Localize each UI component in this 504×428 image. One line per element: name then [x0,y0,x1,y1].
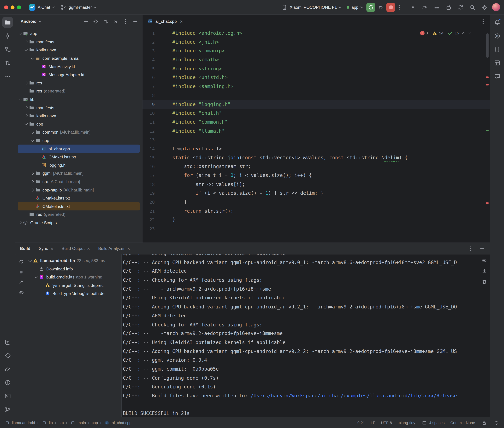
tree-item-cmakelists-txt[interactable]: CMakeLists.txt [18,194,140,202]
project-tool-button[interactable] [2,17,13,28]
gutter-line-number[interactable]: 19 [143,189,155,198]
editor-tab-ai-chat-cpp[interactable]: C++ ai_chat.cpp × [144,15,187,28]
tree-item-manifests[interactable]: manifests [18,104,140,112]
gutter-line-number[interactable]: 4 [143,56,155,65]
tree-item-cmakelists-txt[interactable]: CMakeLists.txt [18,153,140,161]
gutter-line-number[interactable]: 22 [143,216,155,224]
gutter-line-number[interactable]: 14 [143,145,155,153]
error-stripe-mark[interactable] [486,84,488,85]
warnings-indicator[interactable]: 24 [431,30,444,36]
code-line-9[interactable]: 9#include "logging.h" [143,100,490,109]
code-line-3[interactable]: 3#include <iomanip> [143,47,490,56]
gutter-line-number[interactable]: 13 [143,136,155,145]
tab-options-icon[interactable] [480,18,486,24]
gutter-line-number[interactable]: 20 [143,198,155,207]
tree-item-messageadapter-kt[interactable]: KMessageAdapter.kt [18,71,140,79]
indent-widget[interactable]: 4 spaces [421,420,445,426]
todo-list-icon[interactable] [434,4,440,10]
pin-icon[interactable] [18,279,25,286]
errors-indicator[interactable]: ! 3 [420,31,428,35]
logcat-tool-button[interactable] [2,337,13,347]
breadcrumb-item-cpp[interactable]: cpp [92,420,98,425]
gutter-line-number[interactable]: 11 [143,118,155,127]
soft-wrap-icon[interactable] [481,257,488,264]
more-run-options-icon[interactable] [396,4,402,10]
tree-item-cpp-httplib[interactable]: cpp-httplib[AiChat.lib.main] [18,186,140,194]
app-insights-tool-button[interactable] [492,71,503,82]
gutter-line-number[interactable]: 21 [143,207,155,216]
chevron-down-icon[interactable] [31,139,34,142]
tree-item-res[interactable]: res [18,79,140,87]
expand-all-button[interactable] [103,18,109,25]
gradle-tool-button[interactable]: G [492,31,503,41]
gutter-line-number[interactable]: 5 [143,65,155,74]
tree-item-lib[interactable]: lib [18,95,140,104]
build-tab-build-analyzer[interactable]: Build Analyzer× [98,246,130,251]
editor-scrollbar[interactable] [486,33,488,58]
chevron-right-icon[interactable] [31,180,34,183]
device-selector[interactable]: Xiaomi POCOPHONE F1 [278,2,344,12]
vcs-branch-widget[interactable]: ggml-master [57,2,99,12]
chevron-down-icon[interactable] [25,48,28,51]
commit-tool-button[interactable] [2,31,13,41]
code-line-8[interactable]: 8 [143,91,490,100]
chevron-down-icon[interactable] [39,20,41,22]
tree-item-res[interactable]: res(generated) [18,87,140,95]
tree-item-kotlin-java[interactable]: kotlin+java [18,46,140,54]
gutter-line-number[interactable]: 12 [143,127,155,136]
code-line-17[interactable]: 17 for (size_t i = 0; i < values.size();… [143,171,490,180]
chevron-right-icon[interactable] [25,114,28,117]
code-line-16[interactable]: 16 std::ostringstream str; [143,162,490,171]
close-tab-icon[interactable]: × [87,246,90,251]
chevron-down-icon[interactable] [28,259,32,262]
build-tree-item[interactable]: llama.android: fin22 sec, 583 ms [27,257,121,265]
rerun-button[interactable] [366,3,375,12]
problems-tool-button[interactable] [2,377,13,388]
profiler-icon[interactable] [422,4,428,10]
error-stripe-mark[interactable] [486,130,488,131]
tree-item-cpp[interactable]: cpp [18,137,140,145]
lock-icon[interactable] [481,420,487,426]
chevron-right-icon[interactable] [18,221,22,224]
gutter-line-number[interactable]: 2 [143,38,155,47]
settings-icon[interactable] [481,4,488,10]
chevron-down-icon[interactable] [18,97,22,100]
plugins-icon[interactable] [445,4,452,10]
tree-item-src[interactable]: src[AiChat.lib.main] [18,178,140,186]
run-configuration-selector[interactable]: app [344,3,366,11]
collapse-all-button[interactable] [112,18,119,25]
chevron-right-icon[interactable] [25,81,28,85]
tree-item-mainactivity-kt[interactable]: KMainActivity.kt [18,63,140,71]
code-line-11[interactable]: 11#include "common.h" [143,118,490,127]
breadcrumb-item-ai-chat-cpp[interactable]: C++ai_chat.cpp [104,420,132,426]
gutter-line-number[interactable]: 6 [143,73,155,82]
clang-tidy-widget[interactable]: .clang-tidy [398,420,415,425]
build-variants-tool-button[interactable] [2,350,13,361]
code-line-22[interactable]: 22} [143,216,490,224]
tree-item-cpp[interactable]: cpp [18,120,140,128]
debug-button[interactable] [376,3,385,12]
code-line-13[interactable]: 13 [143,136,490,145]
gutter-line-number[interactable]: 3 [143,47,155,56]
pull-requests-tool-button[interactable] [2,58,13,68]
tree-item-ai-chat-cpp[interactable]: C++ai_chat.cpp [18,145,140,153]
close-tab-icon[interactable]: × [51,246,53,251]
tree-item-manifests[interactable]: manifests [18,38,140,46]
gutter-line-number[interactable]: 15 [143,153,155,162]
breadcrumb-item-main[interactable]: main [69,420,86,426]
error-stripe-mark[interactable] [486,76,488,78]
chevron-down-icon[interactable] [35,275,38,278]
build-tree-item[interactable]: BuildType 'debug' is both de [27,289,121,298]
code-editor[interactable]: 1#include <android/log.h>2#include <jni.… [143,28,490,243]
tree-item-app[interactable]: app [18,30,140,38]
build-console[interactable]: C/C++: -- Using KleidiAI optimized kerne… [122,254,478,417]
gutter-line-number[interactable]: 17 [143,171,155,180]
gutter-line-number[interactable]: 7 [143,82,155,91]
code-line-21[interactable]: 21 return str.str(); [143,207,490,216]
context-widget[interactable]: Context: None [450,420,475,425]
code-line-2[interactable]: 2#include <jni.h> [143,38,490,47]
chevron-down-icon[interactable] [18,32,22,35]
build-tree-item[interactable]: Download info [27,265,121,273]
code-line-18[interactable]: 18 str << values[i]; [143,180,490,189]
panel-options-icon[interactable] [123,18,128,24]
